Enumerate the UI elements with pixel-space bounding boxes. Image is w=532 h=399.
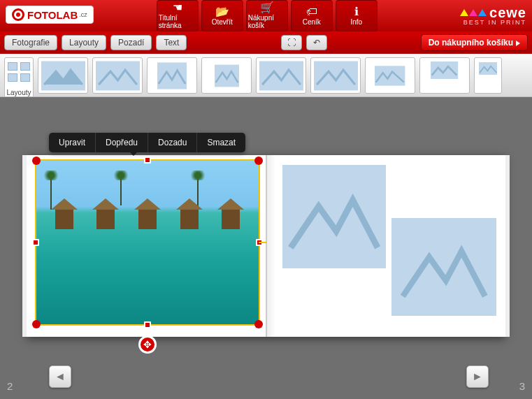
resize-handle-bl[interactable] (32, 320, 41, 328)
context-menu-pointer (129, 152, 138, 156)
tab-photos[interactable]: Fotografie (4, 35, 57, 50)
layout-strip: Layouty (0, 54, 532, 97)
layout-thumb[interactable] (310, 57, 361, 94)
partner-tagline: BEST IN PRINT (460, 19, 526, 26)
page-edge-right (505, 155, 510, 337)
move-handle[interactable]: ✥ (138, 335, 157, 354)
page-number-right: 3 (519, 380, 525, 392)
layout-thumb[interactable] (474, 57, 502, 94)
resize-handle-t[interactable] (144, 157, 151, 164)
header-buttons: ☚Titulní stránka 📂Otevřít 🛒Nákupní košík… (157, 0, 378, 31)
fullscreen-button[interactable]: ⛶ (281, 35, 302, 50)
layout-thumb[interactable] (147, 57, 197, 94)
context-menu: Upravit Dopředu Dozadu Smazat (49, 133, 245, 152)
svg-rect-4 (259, 61, 303, 90)
page-number-left: 2 (7, 380, 13, 392)
partner-brand: cewe BEST IN PRINT (460, 0, 526, 31)
home-icon: ☚ (173, 2, 182, 13)
layout-category-tile[interactable]: Layouty (4, 57, 34, 97)
info-button[interactable]: ℹInfo (336, 0, 378, 31)
logo-suffix: .cz (79, 11, 87, 18)
folder-icon: 📂 (215, 6, 229, 17)
photo-placeholder[interactable] (391, 218, 496, 316)
resize-handle-b[interactable] (144, 321, 151, 328)
layout-thumb[interactable] (365, 57, 415, 94)
page-left[interactable]: Upravit Dopředu Dozadu Smazat (27, 155, 266, 337)
resize-handle-br[interactable] (254, 320, 263, 328)
svg-rect-5 (314, 61, 358, 90)
partner-name: cewe (489, 6, 526, 19)
layout-thumb[interactable] (38, 57, 88, 94)
app-header: FOTOLAB.cz ☚Titulní stránka 📂Otevřít 🛒Ná… (0, 0, 532, 31)
page-right[interactable] (266, 155, 506, 337)
logo-text: FOTOLAB (27, 9, 78, 21)
home-button[interactable]: ☚Titulní stránka (157, 0, 199, 31)
shopping-cart-button[interactable]: 🛒Nákupní košík (246, 0, 288, 31)
tab-layouts[interactable]: Layouty (62, 35, 106, 50)
photo-placeholder[interactable] (282, 165, 386, 268)
resize-handle-l[interactable] (32, 239, 39, 246)
info-icon: ℹ (354, 6, 359, 17)
ctx-edit[interactable]: Upravit (49, 133, 96, 152)
editor-stage: Upravit Dopředu Dozadu Smazat (0, 113, 532, 371)
undo-button[interactable]: ↶ (306, 35, 327, 50)
layout-category-label: Layouty (6, 89, 31, 96)
layout-thumb[interactable] (419, 57, 470, 94)
chevron-right-icon (516, 41, 520, 46)
logo-icon (12, 8, 24, 21)
layout-thumb[interactable] (92, 57, 143, 94)
brand-logo: FOTOLAB.cz (6, 6, 94, 24)
ctx-backward[interactable]: Dozadu (148, 133, 197, 152)
ctx-delete[interactable]: Smazat (197, 133, 245, 152)
ctx-forward[interactable]: Dopředu (96, 133, 148, 152)
svg-rect-2 (157, 62, 187, 89)
svg-rect-3 (215, 64, 239, 87)
fullscreen-icon: ⛶ (287, 38, 296, 48)
chevron-left-icon: ◄ (55, 370, 66, 383)
chevron-right-icon: ► (472, 370, 483, 383)
resize-handle-tl[interactable] (32, 157, 41, 165)
main-toolbar: Fotografie Layouty Pozadí Text ⛶ ↶ Do ná… (0, 31, 532, 54)
undo-icon: ↶ (313, 38, 320, 48)
prev-page-button[interactable]: ◄ (49, 365, 71, 388)
svg-rect-0 (41, 61, 85, 90)
add-to-cart-button[interactable]: Do nákupního košíku (421, 34, 528, 51)
layout-thumb[interactable] (256, 57, 306, 94)
layout-thumb[interactable] (201, 57, 252, 94)
tag-icon: 🏷 (306, 6, 317, 17)
svg-rect-1 (96, 61, 140, 90)
tab-text[interactable]: Text (156, 35, 187, 50)
cart-icon: 🛒 (260, 2, 274, 13)
tab-backgrounds[interactable]: Pozadí (110, 35, 152, 50)
open-button[interactable]: 📂Otevřít (201, 0, 243, 31)
next-page-button[interactable]: ► (466, 365, 489, 388)
resize-handle-tr[interactable] (254, 157, 263, 165)
pricelist-button[interactable]: 🏷Ceník (291, 0, 333, 31)
book-spread: Upravit Dopředu Dozadu Smazat (27, 155, 505, 337)
cewe-triangles-icon (460, 9, 487, 16)
selected-photo-frame[interactable]: ✥ (35, 159, 260, 326)
photo-beach-image (36, 161, 259, 324)
